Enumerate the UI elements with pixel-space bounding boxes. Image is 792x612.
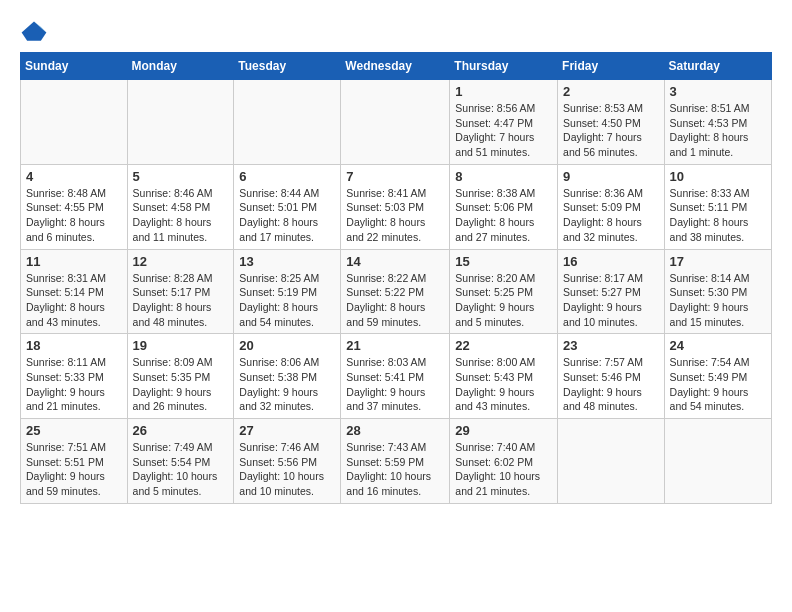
day-info: Sunrise: 8:31 AM Sunset: 5:14 PM Dayligh…: [26, 271, 122, 330]
day-number: 19: [133, 338, 229, 353]
day-info: Sunrise: 8:17 AM Sunset: 5:27 PM Dayligh…: [563, 271, 659, 330]
day-info: Sunrise: 8:41 AM Sunset: 5:03 PM Dayligh…: [346, 186, 444, 245]
calendar-cell: 9Sunrise: 8:36 AM Sunset: 5:09 PM Daylig…: [558, 164, 665, 249]
header-sunday: Sunday: [21, 53, 128, 80]
day-info: Sunrise: 8:03 AM Sunset: 5:41 PM Dayligh…: [346, 355, 444, 414]
calendar-cell: 25Sunrise: 7:51 AM Sunset: 5:51 PM Dayli…: [21, 419, 128, 504]
calendar-cell: 10Sunrise: 8:33 AM Sunset: 5:11 PM Dayli…: [664, 164, 771, 249]
day-number: 8: [455, 169, 552, 184]
day-number: 2: [563, 84, 659, 99]
calendar-cell: 27Sunrise: 7:46 AM Sunset: 5:56 PM Dayli…: [234, 419, 341, 504]
calendar-cell: 4Sunrise: 8:48 AM Sunset: 4:55 PM Daylig…: [21, 164, 128, 249]
day-info: Sunrise: 8:25 AM Sunset: 5:19 PM Dayligh…: [239, 271, 335, 330]
day-number: 28: [346, 423, 444, 438]
day-number: 29: [455, 423, 552, 438]
day-number: 6: [239, 169, 335, 184]
day-number: 27: [239, 423, 335, 438]
day-number: 23: [563, 338, 659, 353]
calendar-cell: 22Sunrise: 8:00 AM Sunset: 5:43 PM Dayli…: [450, 334, 558, 419]
day-number: 4: [26, 169, 122, 184]
day-number: 22: [455, 338, 552, 353]
day-info: Sunrise: 8:28 AM Sunset: 5:17 PM Dayligh…: [133, 271, 229, 330]
week-row-5: 25Sunrise: 7:51 AM Sunset: 5:51 PM Dayli…: [21, 419, 772, 504]
day-info: Sunrise: 7:46 AM Sunset: 5:56 PM Dayligh…: [239, 440, 335, 499]
day-number: 16: [563, 254, 659, 269]
calendar-cell: [341, 80, 450, 165]
calendar-table: SundayMondayTuesdayWednesdayThursdayFrid…: [20, 52, 772, 504]
day-info: Sunrise: 8:36 AM Sunset: 5:09 PM Dayligh…: [563, 186, 659, 245]
day-info: Sunrise: 8:33 AM Sunset: 5:11 PM Dayligh…: [670, 186, 766, 245]
logo-icon: [20, 20, 48, 42]
day-number: 9: [563, 169, 659, 184]
day-info: Sunrise: 8:14 AM Sunset: 5:30 PM Dayligh…: [670, 271, 766, 330]
day-number: 18: [26, 338, 122, 353]
day-info: Sunrise: 8:46 AM Sunset: 4:58 PM Dayligh…: [133, 186, 229, 245]
calendar-cell: 15Sunrise: 8:20 AM Sunset: 5:25 PM Dayli…: [450, 249, 558, 334]
calendar-cell: [558, 419, 665, 504]
calendar-cell: 21Sunrise: 8:03 AM Sunset: 5:41 PM Dayli…: [341, 334, 450, 419]
calendar-cell: [664, 419, 771, 504]
header-thursday: Thursday: [450, 53, 558, 80]
day-number: 21: [346, 338, 444, 353]
day-number: 7: [346, 169, 444, 184]
day-info: Sunrise: 8:53 AM Sunset: 4:50 PM Dayligh…: [563, 101, 659, 160]
day-info: Sunrise: 8:20 AM Sunset: 5:25 PM Dayligh…: [455, 271, 552, 330]
header-wednesday: Wednesday: [341, 53, 450, 80]
calendar-cell: 26Sunrise: 7:49 AM Sunset: 5:54 PM Dayli…: [127, 419, 234, 504]
day-info: Sunrise: 8:22 AM Sunset: 5:22 PM Dayligh…: [346, 271, 444, 330]
day-number: 5: [133, 169, 229, 184]
calendar-cell: [234, 80, 341, 165]
day-number: 24: [670, 338, 766, 353]
header-tuesday: Tuesday: [234, 53, 341, 80]
day-info: Sunrise: 7:57 AM Sunset: 5:46 PM Dayligh…: [563, 355, 659, 414]
calendar-cell: 18Sunrise: 8:11 AM Sunset: 5:33 PM Dayli…: [21, 334, 128, 419]
calendar-cell: 29Sunrise: 7:40 AM Sunset: 6:02 PM Dayli…: [450, 419, 558, 504]
day-number: 10: [670, 169, 766, 184]
day-info: Sunrise: 8:56 AM Sunset: 4:47 PM Dayligh…: [455, 101, 552, 160]
day-info: Sunrise: 8:00 AM Sunset: 5:43 PM Dayligh…: [455, 355, 552, 414]
calendar-cell: 3Sunrise: 8:51 AM Sunset: 4:53 PM Daylig…: [664, 80, 771, 165]
week-row-1: 1Sunrise: 8:56 AM Sunset: 4:47 PM Daylig…: [21, 80, 772, 165]
header-monday: Monday: [127, 53, 234, 80]
calendar-cell: 1Sunrise: 8:56 AM Sunset: 4:47 PM Daylig…: [450, 80, 558, 165]
day-info: Sunrise: 7:54 AM Sunset: 5:49 PM Dayligh…: [670, 355, 766, 414]
day-info: Sunrise: 8:09 AM Sunset: 5:35 PM Dayligh…: [133, 355, 229, 414]
calendar-cell: 24Sunrise: 7:54 AM Sunset: 5:49 PM Dayli…: [664, 334, 771, 419]
day-number: 11: [26, 254, 122, 269]
day-number: 14: [346, 254, 444, 269]
day-number: 17: [670, 254, 766, 269]
calendar-cell: 13Sunrise: 8:25 AM Sunset: 5:19 PM Dayli…: [234, 249, 341, 334]
calendar-cell: 6Sunrise: 8:44 AM Sunset: 5:01 PM Daylig…: [234, 164, 341, 249]
day-info: Sunrise: 8:51 AM Sunset: 4:53 PM Dayligh…: [670, 101, 766, 160]
day-info: Sunrise: 8:11 AM Sunset: 5:33 PM Dayligh…: [26, 355, 122, 414]
day-info: Sunrise: 7:40 AM Sunset: 6:02 PM Dayligh…: [455, 440, 552, 499]
day-number: 3: [670, 84, 766, 99]
calendar-cell: 17Sunrise: 8:14 AM Sunset: 5:30 PM Dayli…: [664, 249, 771, 334]
calendar-cell: 8Sunrise: 8:38 AM Sunset: 5:06 PM Daylig…: [450, 164, 558, 249]
header: [20, 20, 772, 42]
day-info: Sunrise: 8:06 AM Sunset: 5:38 PM Dayligh…: [239, 355, 335, 414]
day-number: 12: [133, 254, 229, 269]
calendar-cell: [127, 80, 234, 165]
day-number: 25: [26, 423, 122, 438]
week-row-4: 18Sunrise: 8:11 AM Sunset: 5:33 PM Dayli…: [21, 334, 772, 419]
week-row-2: 4Sunrise: 8:48 AM Sunset: 4:55 PM Daylig…: [21, 164, 772, 249]
calendar-cell: 28Sunrise: 7:43 AM Sunset: 5:59 PM Dayli…: [341, 419, 450, 504]
calendar-cell: 7Sunrise: 8:41 AM Sunset: 5:03 PM Daylig…: [341, 164, 450, 249]
calendar-cell: 16Sunrise: 8:17 AM Sunset: 5:27 PM Dayli…: [558, 249, 665, 334]
calendar-cell: 5Sunrise: 8:46 AM Sunset: 4:58 PM Daylig…: [127, 164, 234, 249]
day-info: Sunrise: 7:51 AM Sunset: 5:51 PM Dayligh…: [26, 440, 122, 499]
calendar-cell: 23Sunrise: 7:57 AM Sunset: 5:46 PM Dayli…: [558, 334, 665, 419]
day-info: Sunrise: 8:48 AM Sunset: 4:55 PM Dayligh…: [26, 186, 122, 245]
calendar-cell: 2Sunrise: 8:53 AM Sunset: 4:50 PM Daylig…: [558, 80, 665, 165]
day-number: 20: [239, 338, 335, 353]
day-number: 15: [455, 254, 552, 269]
calendar-cell: [21, 80, 128, 165]
logo: [20, 20, 52, 42]
day-number: 13: [239, 254, 335, 269]
calendar-header: SundayMondayTuesdayWednesdayThursdayFrid…: [21, 53, 772, 80]
calendar-cell: 14Sunrise: 8:22 AM Sunset: 5:22 PM Dayli…: [341, 249, 450, 334]
calendar-cell: 11Sunrise: 8:31 AM Sunset: 5:14 PM Dayli…: [21, 249, 128, 334]
day-info: Sunrise: 8:44 AM Sunset: 5:01 PM Dayligh…: [239, 186, 335, 245]
calendar-cell: 19Sunrise: 8:09 AM Sunset: 5:35 PM Dayli…: [127, 334, 234, 419]
